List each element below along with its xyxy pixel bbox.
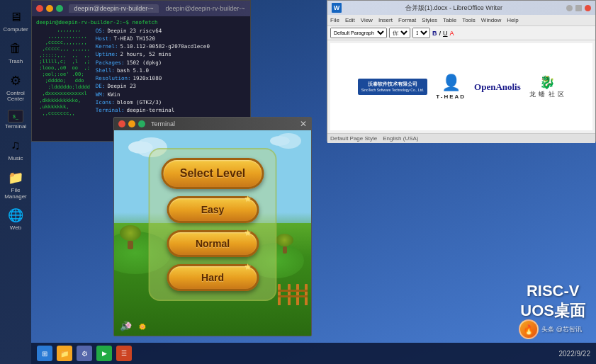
game-window: Terminal ✕ 🌸 🌼 <box>113 117 312 336</box>
menu-file[interactable]: File <box>330 17 339 23</box>
easy-star: ★ <box>244 195 251 203</box>
game-background: 🌸 🌼 Select Level Easy <box>114 130 311 336</box>
terminal-label: Terminal <box>5 124 26 130</box>
menu-window[interactable]: Window <box>481 17 501 23</box>
taskbar-bottom: ⊞ 📁 ⚙ ▶ ☰ 2022/9/22 <box>31 343 596 364</box>
minimize-button[interactable] <box>46 5 53 12</box>
hard-star: ★ <box>244 263 251 271</box>
normal-button[interactable]: Normal ★ <box>167 230 259 257</box>
writer-content: 沃泰软件技术有限公司 SinoTech Software Technology … <box>330 43 592 130</box>
computer-icon: 🖥 <box>7 8 24 25</box>
terminal-title-tab1[interactable]: deepin@deepin-rv-builder-~ <box>69 4 159 13</box>
easy-button[interactable]: Easy ★ <box>167 196 259 223</box>
sysinfo-row: Terminal: deepin-terminal <box>96 106 246 114</box>
sysinfo-row: OS: Deepin 23 riscv64 <box>96 27 246 35</box>
thead-label: T-HEAD <box>436 93 466 100</box>
taskbar-left: 🖥 Computer 🗑 Trash ⚙ Control Center $_ T… <box>0 0 31 364</box>
mushroom-left-stem <box>128 241 133 249</box>
cloud-2 <box>270 136 290 146</box>
writer-logos-row: 沃泰软件技术有限公司 SinoTech Software Technology … <box>358 74 566 100</box>
ascii-art: ,,,,,,,, ,,,,,,,,,,,,, ,ccccc,,,,,,,, ,c… <box>36 27 90 117</box>
font-color-button[interactable]: A <box>450 30 454 37</box>
files-taskbar-btn[interactable]: 📁 <box>57 346 72 361</box>
menu-edit[interactable]: Edit <box>345 17 355 23</box>
writer-close-btn[interactable] <box>585 5 591 11</box>
font-size-dropdown[interactable]: 10.5 <box>412 28 430 38</box>
sidebar-item-control-center[interactable]: ⚙ Control Center <box>2 69 29 106</box>
trash-label: Trash <box>9 59 23 65</box>
openanolis-logo: OpenAnolis <box>474 81 521 93</box>
terminal-title-tab2[interactable]: deepin@deepin-rv-builder-~ <box>164 5 246 12</box>
sysinfo: OS: Deepin 23 riscv64 Host: T-HEAD TH152… <box>96 27 246 117</box>
riscv-line2: UOS桌面 <box>520 301 585 322</box>
thead-head-icon: 👤 <box>442 74 461 92</box>
music-label: Music <box>9 156 23 162</box>
paragraph-style-dropdown[interactable]: Default Paragraph Style <box>330 28 387 38</box>
writer-titlebar: W 合并版(1).docx - LibreOffice Writer <box>327 1 595 15</box>
sysinfo-row: Icons: bloom (GTK2/3) <box>96 98 246 106</box>
game-maximize-btn[interactable] <box>138 120 145 127</box>
menu-view[interactable]: View <box>361 17 373 23</box>
sysinfo-row: Host: T-HEAD TH1520 <box>96 35 246 42</box>
web-icon: 🌐 <box>7 207 24 224</box>
menu-insert[interactable]: Insert <box>378 17 393 23</box>
thead-logo: 👤 T-HEAD <box>436 74 466 100</box>
sysinfo-row: WM: KWin <box>96 91 246 98</box>
sidebar-item-music[interactable]: ♫ Music <box>2 135 29 165</box>
terminal-taskbar-btn[interactable]: ▶ <box>96 346 112 361</box>
menu-tools[interactable]: Tools <box>462 17 476 23</box>
close-button[interactable] <box>36 5 43 12</box>
sidebar-item-file-manager[interactable]: 📁 File Manager <box>2 166 29 203</box>
select-level-button[interactable]: Select Level <box>162 158 264 189</box>
computer-label: Computer <box>3 27 28 33</box>
company-logo-box: 沃泰软件技术有限公司 SinoTech Software Technology … <box>358 79 428 95</box>
font-dropdown[interactable]: 仿宋 <box>389 28 410 38</box>
menu-help[interactable]: Help <box>507 17 518 23</box>
sidebar-item-trash[interactable]: 🗑 Trash <box>2 38 29 68</box>
file-manager-label: File Manager <box>4 188 28 200</box>
riscv-line1: RISC-V <box>520 281 585 302</box>
maximize-button[interactable] <box>56 5 63 12</box>
mushroom-left <box>120 225 141 249</box>
wechat-source: 头条 @芯智讯 <box>541 325 582 334</box>
dragon-icon: 🐉 <box>539 74 555 90</box>
flower-2: 🌼 <box>139 324 146 330</box>
dragon-community-logo: 🐉 龙 蟠 社 区 <box>529 74 566 99</box>
writer-title: 合并版(1).docx - LibreOffice Writer <box>344 4 563 13</box>
game-speaker-icon[interactable]: 🔊 <box>120 321 131 331</box>
hard-button[interactable]: Hard ★ <box>167 264 259 291</box>
game-titlebar: Terminal ✕ <box>114 118 311 130</box>
sidebar-item-web[interactable]: 🌐 Web <box>2 204 29 234</box>
game-minimize-btn[interactable] <box>128 120 135 127</box>
music-icon: ♫ <box>7 137 24 154</box>
mushroom-left-top <box>120 225 141 241</box>
bold-button[interactable]: B <box>432 30 437 37</box>
writer-minimize-btn[interactable] <box>566 5 573 11</box>
writer-menubar: File Edit View Insert Format Styles Tabl… <box>327 15 595 26</box>
start-button[interactable]: ⊞ <box>37 346 52 361</box>
writer-maximize-btn[interactable] <box>575 5 582 11</box>
desktop: 🖥 Computer 🗑 Trash ⚙ Control Center $_ T… <box>0 0 596 364</box>
language-label: English (USA) <box>383 135 418 142</box>
sidebar-item-computer[interactable]: 🖥 Computer <box>2 6 29 36</box>
game-window-controls[interactable]: ✕ <box>300 119 307 129</box>
page-style-label: Default Page Style <box>330 135 377 142</box>
underline-button[interactable]: U <box>443 30 448 37</box>
menu-styles[interactable]: Styles <box>422 17 437 23</box>
writer-window: W 合并版(1).docx - LibreOffice Writer File … <box>327 0 596 142</box>
mushroom-right <box>276 234 293 254</box>
riscv-overlay: RISC-V UOS桌面 <box>520 281 585 322</box>
dragon-label: 龙 蟠 社 区 <box>529 90 566 99</box>
sysinfo-row: Packages: 1502 (dpkg) <box>96 59 246 67</box>
italic-button[interactable]: I <box>439 30 442 37</box>
writer-app-icon: W <box>332 3 342 13</box>
terminal-icon: $_ <box>8 110 23 123</box>
menu-format[interactable]: Format <box>398 17 416 23</box>
settings-taskbar-btn[interactable]: ⚙ <box>77 346 92 361</box>
control-center-label: Control Center <box>4 91 28 103</box>
apps-taskbar-btn[interactable]: ☰ <box>116 346 132 361</box>
menu-table[interactable]: Table <box>443 17 456 23</box>
game-close-btn[interactable] <box>118 120 125 127</box>
sidebar-item-terminal[interactable]: $_ Terminal <box>2 107 29 133</box>
neofetch-output: ,,,,,,,, ,,,,,,,,,,,,, ,ccccc,,,,,,,, ,c… <box>36 27 246 117</box>
